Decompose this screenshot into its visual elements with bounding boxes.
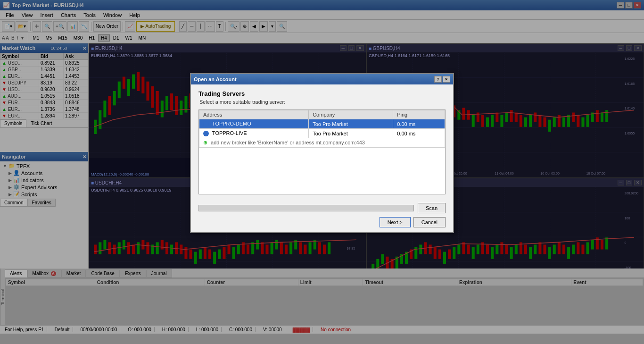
modal-body: Trading Servers Select a more suitable t… xyxy=(191,84,453,200)
modal-overlay: Open an Account ? ✕ Trading Servers Sele… xyxy=(0,0,644,344)
server-row-demo[interactable]: TOPPRO-DEMO Too Pro Market 0.00 ms xyxy=(199,119,445,129)
next-button[interactable]: Next > xyxy=(380,217,411,227)
scan-button[interactable]: Scan xyxy=(418,203,446,213)
server-demo-company: Too Pro Market xyxy=(309,119,393,129)
cancel-button[interactable]: Cancel xyxy=(413,217,446,227)
progress-bar xyxy=(198,205,414,211)
server-live-company: Too Pro Market xyxy=(309,129,393,138)
modal-title-controls: ? ✕ xyxy=(434,76,450,83)
server-demo-icon xyxy=(203,121,209,127)
server-add-icon: ⊕ xyxy=(203,140,207,145)
modal-action-row: Next > Cancel xyxy=(191,215,453,232)
server-add-text: ⊕ add new broker like 'BrokerName' or ad… xyxy=(199,138,445,148)
server-add-row[interactable]: ⊕ add new broker like 'BrokerName' or ad… xyxy=(199,138,445,148)
modal-title: Open an Account xyxy=(194,76,237,82)
server-col-ping: Ping xyxy=(393,110,445,119)
server-table: Address Company Ping TOPPRO-DEMO Too Pro… xyxy=(199,110,445,148)
modal-close-button[interactable]: ✕ xyxy=(443,76,450,83)
server-live-address: TOPPRO-LIVE xyxy=(199,129,309,138)
server-col-company: Company xyxy=(309,110,393,119)
server-row-live[interactable]: TOPPRO-LIVE Too Pro Market 0.00 ms xyxy=(199,129,445,138)
modal-help-button[interactable]: ? xyxy=(434,76,442,83)
server-col-address: Address xyxy=(199,110,309,119)
modal-section-sub: Select a more suitable trading server: xyxy=(198,99,446,105)
server-demo-ping: 0.00 ms xyxy=(393,119,445,129)
server-live-icon xyxy=(203,131,209,136)
server-demo-address: TOPPRO-DEMO xyxy=(199,119,309,129)
server-list-area: Address Company Ping TOPPRO-DEMO Too Pro… xyxy=(198,109,446,194)
open-account-modal: Open an Account ? ✕ Trading Servers Sele… xyxy=(190,73,454,233)
modal-scan-row: Scan xyxy=(191,200,453,215)
modal-titlebar: Open an Account ? ✕ xyxy=(191,74,453,84)
server-live-ping: 0.00 ms xyxy=(393,129,445,138)
modal-section-title: Trading Servers xyxy=(198,90,446,97)
